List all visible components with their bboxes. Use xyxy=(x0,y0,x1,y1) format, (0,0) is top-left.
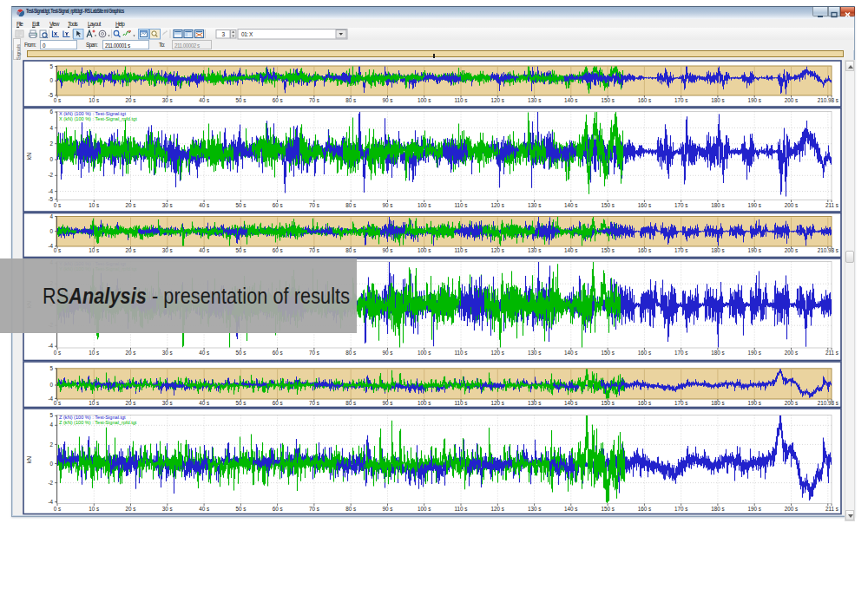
svg-text:Signals: Signals xyxy=(16,44,21,60)
svg-text:3: 3 xyxy=(221,31,225,37)
svg-text:01: X: 01: X xyxy=(241,31,253,37)
